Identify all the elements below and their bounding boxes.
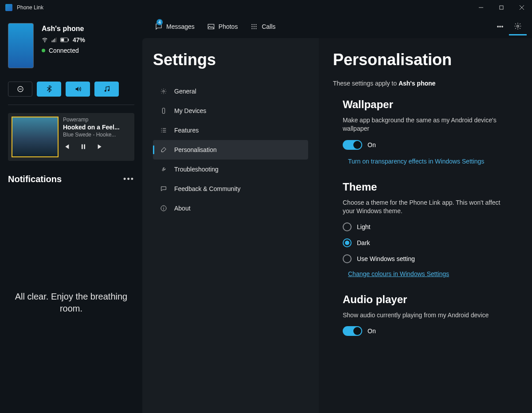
settings-button[interactable] xyxy=(509,18,527,35)
wallpaper-toggle-state: On xyxy=(368,141,376,148)
pause-button[interactable] xyxy=(80,143,87,152)
svg-rect-11 xyxy=(68,39,69,41)
page-title: Personalisation xyxy=(333,51,514,69)
next-track-button[interactable] xyxy=(97,143,104,152)
transparency-link[interactable]: Turn on transparency effects in Windows … xyxy=(348,158,484,165)
settings-nav-feedback[interactable]: Feedback & Community xyxy=(153,179,308,199)
svg-rect-6 xyxy=(53,39,54,42)
minimize-button[interactable] xyxy=(471,0,491,15)
radio-label: Dark xyxy=(357,239,370,246)
phone-icon xyxy=(160,107,167,114)
settings-content: Personalisation These settings apply to … xyxy=(319,38,532,413)
settings-nav-about[interactable]: About xyxy=(153,199,308,218)
notifications-empty-text: All clear. Enjoy the breathing room. xyxy=(8,291,134,315)
audio-section: Audio player Show audio currently playin… xyxy=(343,293,514,336)
photos-icon xyxy=(207,23,215,31)
svg-rect-18 xyxy=(208,24,214,29)
nav-label: About xyxy=(174,205,191,212)
applies-prefix: These settings apply to xyxy=(333,80,399,87)
notifications-more-button[interactable]: ••• xyxy=(123,175,134,184)
settings-nav-features[interactable]: Features xyxy=(153,121,308,140)
volume-button[interactable] xyxy=(66,82,90,97)
music-source: Poweramp xyxy=(63,117,131,123)
device-status: 47% xyxy=(42,36,134,43)
battery-percent: 47% xyxy=(73,36,85,43)
radio-label: Use Windows setting xyxy=(357,255,415,262)
tab-calls[interactable]: Calls xyxy=(244,19,282,34)
svg-point-24 xyxy=(256,26,257,27)
tab-photos-label: Photos xyxy=(219,23,238,30)
list-icon xyxy=(160,127,167,134)
svg-point-14 xyxy=(104,90,106,92)
prev-track-button[interactable] xyxy=(63,143,70,152)
audio-toggle[interactable] xyxy=(343,326,362,336)
signal-icon xyxy=(51,37,57,43)
colours-link[interactable]: Change colours in Windows Settings xyxy=(348,270,449,277)
maximize-button[interactable] xyxy=(491,0,512,15)
tab-calls-label: Calls xyxy=(262,23,275,30)
radio-label: Light xyxy=(357,223,370,230)
svg-rect-16 xyxy=(82,144,83,149)
settings-nav-troubleshooting[interactable]: Troubleshooting xyxy=(153,160,308,179)
theme-radio-light[interactable]: Light xyxy=(343,222,514,231)
sidebar: Ash's phone 47% Connected xyxy=(0,15,142,413)
svg-point-22 xyxy=(252,26,253,27)
settings-nav-devices[interactable]: My Devices xyxy=(153,101,308,121)
applies-device: Ash's phone xyxy=(399,80,435,87)
theme-heading: Theme xyxy=(343,181,514,193)
radio-icon xyxy=(343,254,352,263)
svg-point-33 xyxy=(163,207,164,207)
dnd-button[interactable] xyxy=(8,82,32,97)
wrench-icon xyxy=(160,166,167,173)
radio-icon xyxy=(343,238,352,247)
svg-point-20 xyxy=(254,24,254,25)
gear-icon xyxy=(514,22,522,30)
nav-label: My Devices xyxy=(174,107,206,114)
device-name: Ash's phone xyxy=(42,25,134,33)
wallpaper-heading: Wallpaper xyxy=(343,98,514,111)
brush-icon xyxy=(160,146,167,153)
svg-point-26 xyxy=(254,28,254,29)
svg-point-21 xyxy=(256,24,257,25)
messages-badge: 4 xyxy=(156,19,163,25)
titlebar: Phone Link xyxy=(0,0,532,15)
tabbar: 4 Messages Photos Calls ••• xyxy=(142,15,532,38)
svg-point-27 xyxy=(256,28,257,29)
theme-radio-dark[interactable]: Dark xyxy=(343,238,514,247)
audio-heading: Audio player xyxy=(343,293,514,306)
now-playing-card[interactable]: Poweramp Hooked on a Feel... Blue Swede … xyxy=(8,113,134,161)
applies-to-text: These settings apply to Ash's phone xyxy=(333,80,514,87)
tab-photos[interactable]: Photos xyxy=(201,19,244,34)
nav-label: Features xyxy=(174,127,199,134)
svg-point-15 xyxy=(108,90,110,91)
tab-messages-label: Messages xyxy=(166,23,195,30)
nav-label: Troubleshooting xyxy=(174,166,219,173)
wallpaper-toggle[interactable] xyxy=(343,140,362,150)
close-button[interactable] xyxy=(512,0,532,15)
audio-desc: Show audio currently playing from my And… xyxy=(343,311,502,319)
svg-rect-17 xyxy=(84,144,85,149)
music-button[interactable] xyxy=(94,82,119,97)
settings-nav-general[interactable]: General xyxy=(153,82,308,101)
connected-dot xyxy=(42,49,45,52)
phone-thumbnail[interactable] xyxy=(8,23,34,68)
wallpaper-section: Wallpaper Make app background the same a… xyxy=(343,98,514,165)
theme-section: Theme Choose a theme for the Phone Link … xyxy=(343,181,514,277)
app-icon xyxy=(5,4,12,11)
bluetooth-button[interactable] xyxy=(37,82,61,97)
svg-rect-10 xyxy=(61,39,64,42)
theme-desc: Choose a theme for the Phone Link app. T… xyxy=(343,199,502,215)
svg-point-25 xyxy=(252,28,253,29)
settings-nav-personalisation[interactable]: Personalisation xyxy=(153,140,308,160)
svg-rect-7 xyxy=(55,39,55,42)
theme-radio-system[interactable]: Use Windows setting xyxy=(343,254,514,263)
settings-title: Settings xyxy=(153,51,308,69)
connection-status: Connected xyxy=(49,47,79,54)
battery-icon xyxy=(60,37,69,43)
tab-messages[interactable]: 4 Messages xyxy=(149,19,201,34)
more-button[interactable]: ••• xyxy=(491,18,509,35)
svg-point-23 xyxy=(254,26,254,27)
svg-rect-1 xyxy=(500,6,503,9)
svg-point-4 xyxy=(44,42,45,43)
nav-label: General xyxy=(174,88,196,95)
